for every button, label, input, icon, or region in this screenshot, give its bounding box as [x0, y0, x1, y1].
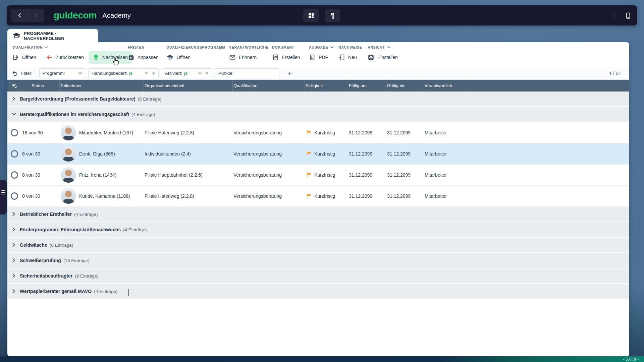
clear-filter-icon[interactable]: ✕ — [152, 71, 155, 76]
divider — [41, 52, 41, 63]
toolbar-group-qualifizierungsprogramm: QUALIFIZIERUNGSPROGRAMM Öffnen — [166, 45, 225, 64]
group-row-schweisserpruefung[interactable]: Schweißerprüfung (15 Einträge) — [7, 253, 629, 268]
app-grid-button[interactable] — [303, 9, 319, 22]
group-row-wertpapierberater[interactable]: Wertpapierberater gemäß MAVO (4 Einträge… — [7, 284, 629, 299]
flag-icon — [306, 130, 312, 135]
device-view-button[interactable] — [621, 9, 635, 22]
chevron-right-icon — [12, 243, 16, 247]
main-panel: QUALIFIKATION Öffnen Zurücksetzen Nachwe… — [7, 42, 629, 356]
toolbar: QUALIFIKATION Öffnen Zurücksetzen Nachwe… — [7, 42, 629, 67]
group-label-qualifikation[interactable]: QUALIFIKATION — [12, 45, 132, 50]
chevron-down-icon[interactable] — [145, 72, 148, 74]
word-document-icon: W — [272, 54, 279, 61]
group-row-betrieblicher-ersthelfer[interactable]: Betrieblicher Ersthelfer (4 Einträge) — [7, 207, 629, 222]
group-row-beraterqualifikationen[interactable]: Beraterqualifikationen im Versicherungsg… — [7, 107, 629, 122]
select-all-header[interactable] — [7, 80, 22, 92]
open-icon — [12, 54, 19, 61]
participant-name: Kunde, Katharina (1188) — [79, 193, 130, 199]
graduation-cap-icon — [12, 32, 20, 40]
status-ring-icon[interactable] — [11, 150, 18, 158]
table-row[interactable]: 8 von 30 Fritz, Irena (1434) Filiale Hau… — [7, 165, 629, 186]
qualification: Versicherungsberatung — [233, 172, 305, 178]
open-qualification-button[interactable]: Öffnen — [12, 51, 36, 64]
text-caret — [128, 289, 129, 296]
due-date: 31.12.2099 — [348, 172, 386, 178]
nav-back-button[interactable] — [12, 9, 28, 22]
group-count: (4 Einträge) — [131, 112, 155, 117]
sidebar-handle[interactable] — [0, 180, 7, 215]
group-title: Beraterqualifikationen im Versicherungsg… — [20, 112, 129, 117]
new-record-button[interactable]: Neu — [338, 51, 357, 64]
certify-button[interactable]: Nachweisen — [89, 51, 132, 64]
flag-icon — [306, 172, 312, 178]
column-header-gueltig-bis[interactable]: Gültig bis — [386, 80, 424, 92]
mail-icon — [229, 54, 236, 61]
due-type: Kurzfristig — [314, 172, 335, 178]
pilcrow-icon: ¶ — [330, 12, 334, 19]
group-row-foerderprogramm[interactable]: Förderprogramm: Führungskräftenachwuchs … — [7, 222, 629, 238]
view-settings-button[interactable]: Einstellen — [368, 51, 398, 64]
due-type: Kurzfristig — [314, 193, 335, 199]
status-ring-icon[interactable] — [11, 129, 18, 136]
formatting-marks-button[interactable]: ¶ — [325, 9, 340, 22]
adjust-deadline-button[interactable]: Anpassen — [128, 51, 158, 64]
table-row[interactable]: 0 von 30 Kunde, Katharina (1188) Filiale… — [7, 186, 629, 207]
filter-value: ja — [129, 71, 132, 76]
group-label-ansicht[interactable]: ANSICHT — [368, 45, 398, 50]
star-document-icon — [338, 54, 345, 61]
column-header-organisationseinheit[interactable]: Organisationseinheit — [144, 80, 233, 92]
column-header-teilnehmer[interactable]: Teilnehmer — [60, 80, 144, 92]
chevron-right-icon — [12, 227, 16, 232]
chevron-right-icon — [33, 13, 38, 18]
group-title: Sicherheitsbeauftragter — [20, 273, 72, 279]
group-row-sicherheitsbeauftragter[interactable]: Sicherheitsbeauftragter (9 Einträge) — [7, 268, 629, 284]
table-row[interactable]: 16 von 30 Mitarbeiter, Manfred (167) Fil… — [7, 122, 629, 143]
table-row-selected[interactable]: 8 von 30 Denk, Olga (865) Individualkund… — [7, 143, 629, 165]
filter-chip-aktiviert[interactable]: Aktiviert: ja ✕ — [162, 68, 212, 78]
due-date: 31.12.2099 — [348, 193, 386, 199]
program-tab[interactable]: PROGRAMME - NACHVERFOLGEN — [7, 29, 98, 43]
group-label-verantwortliche: VERANTWORTLICHE — [229, 45, 268, 50]
pdf-document-icon — [309, 54, 316, 61]
column-header-faellig-am[interactable]: Fällig am — [348, 80, 386, 92]
chevron-down-icon[interactable] — [198, 72, 202, 74]
column-header-qualifikation[interactable]: Qualifikation — [233, 80, 305, 92]
column-header-verantwortlich[interactable]: Verantwortlich — [424, 80, 468, 92]
column-header-faelligkeit[interactable]: Fälligkeit — [305, 80, 348, 92]
group-row-bargeldverordnung[interactable]: Bargeldverordnung (Professionelle Bargel… — [7, 92, 629, 107]
remind-button[interactable]: Erinnern — [229, 51, 257, 64]
status-ring-icon[interactable] — [11, 192, 18, 200]
status-ring-icon[interactable] — [11, 171, 18, 179]
participant-name: Mitarbeiter, Manfred (167) — [79, 130, 133, 135]
svg-text:W: W — [274, 55, 277, 59]
open-program-button[interactable]: Öffnen — [166, 51, 191, 64]
chevron-down-icon[interactable] — [78, 72, 82, 74]
filter-chip-handlungsbedarf[interactable]: Handlungsbedarf: ja ✕ — [88, 68, 159, 78]
chevron-right-icon — [12, 212, 16, 217]
column-header-status[interactable]: Status — [22, 80, 60, 92]
org-unit: Filiale Hafenweg (2.2.8) — [144, 130, 233, 135]
nav-forward-button[interactable] — [28, 9, 43, 22]
toolbar-group-qualifikation: QUALIFIKATION Öffnen Zurücksetzen Nachwe… — [12, 45, 132, 64]
flag-icon — [306, 193, 312, 199]
version-text: - 5.0.0f - — [623, 357, 639, 362]
undo-filter-button[interactable] — [12, 70, 18, 77]
reset-button[interactable]: Zurücksetzen — [46, 51, 84, 64]
group-label-ausgabe[interactable]: AUSGABE — [309, 45, 334, 50]
add-filter-button[interactable]: + — [288, 69, 292, 77]
filter-chip-programm[interactable]: Programm: — [39, 68, 85, 78]
group-count: (4 Einträge) — [94, 289, 118, 294]
qualification: Versicherungsberatung — [233, 193, 305, 199]
group-row-geldwaesche[interactable]: Geldwäsche (6 Einträge) — [7, 238, 629, 253]
create-document-button[interactable]: W Erstellen — [272, 51, 300, 64]
qualification: Versicherungsberatung — [233, 130, 305, 135]
toolbar-group-verantwortliche: VERANTWORTLICHE Erinnern — [229, 45, 268, 64]
due-type: Kurzfristig — [314, 151, 335, 157]
due-date: 31.12.2099 — [348, 151, 386, 157]
clear-filter-icon[interactable]: ✕ — [205, 71, 209, 76]
pdf-export-button[interactable]: PDF — [309, 51, 328, 64]
responsible: Mitarbeiter — [424, 172, 468, 178]
grid-icon — [308, 12, 315, 19]
filter-chip-punkte[interactable]: Punkte: — [215, 68, 279, 78]
participant-name: Fritz, Irena (1434) — [79, 172, 116, 178]
